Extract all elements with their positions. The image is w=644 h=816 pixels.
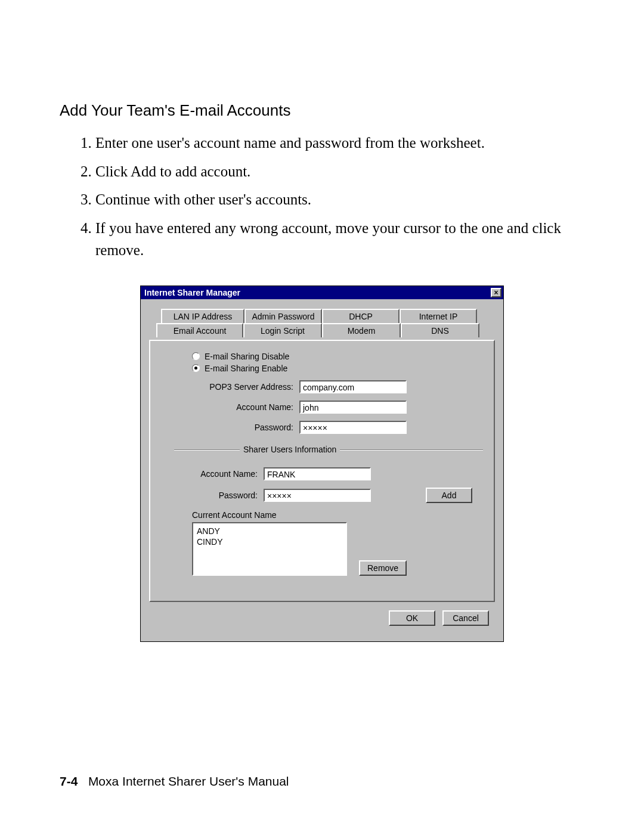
tab-admin-password[interactable]: Admin Password [244, 309, 322, 323]
radio-email-disable[interactable]: E-mail Sharing Disable [192, 352, 483, 361]
radio-email-enable[interactable]: E-mail Sharing Enable [192, 364, 483, 373]
password-input[interactable]: ××××× [299, 421, 407, 434]
radio-label: E-mail Sharing Disable [205, 352, 289, 361]
dialog-window: Internet Sharer Manager × LAN IP Address… [140, 286, 504, 642]
current-accounts-label: Current Account Name [192, 510, 472, 520]
fieldset-legend: Sharer Users Information [240, 445, 340, 454]
tab-modem[interactable]: Modem [322, 323, 401, 337]
add-button[interactable]: Add [426, 488, 472, 503]
account-name-input[interactable]: john [299, 401, 407, 414]
tab-internet-ip[interactable]: Internet IP [400, 309, 477, 323]
pop3-label: POP3 Server Address: [192, 382, 293, 392]
instruction-item: If you have entered any wrong account, m… [95, 217, 584, 262]
tab-dhcp[interactable]: DHCP [322, 309, 400, 323]
page-number: 7-4 [60, 774, 78, 788]
instruction-item: Continue with other user's accounts. [95, 188, 584, 211]
page-footer: 7-4 Moxa Internet Sharer User's Manual [60, 774, 289, 789]
sharer-account-label: Account Name: [192, 469, 258, 479]
radio-label: E-mail Sharing Enable [205, 364, 287, 373]
tab-email-account[interactable]: Email Account [156, 323, 243, 337]
tab-login-script[interactable]: Login Script [243, 323, 322, 337]
current-accounts-listbox[interactable]: ANDY CINDY [192, 522, 347, 576]
pop3-input[interactable]: company.com [299, 380, 407, 393]
radio-icon [192, 352, 200, 360]
dialog-titlebar[interactable]: Internet Sharer Manager × [141, 286, 503, 299]
password-label: Password: [192, 423, 293, 432]
sharer-account-input[interactable]: FRANK [264, 467, 371, 480]
manual-title: Moxa Internet Sharer User's Manual [88, 774, 289, 788]
tab-dns[interactable]: DNS [401, 323, 479, 337]
sharer-password-label: Password: [192, 491, 258, 500]
list-item[interactable]: CINDY [197, 536, 342, 547]
email-account-panel: E-mail Sharing Disable E-mail Sharing En… [149, 340, 495, 602]
instruction-item: Click Add to add account. [95, 160, 584, 183]
instruction-list: Enter one user's account name and passwo… [95, 132, 584, 262]
list-item[interactable]: ANDY [197, 526, 342, 536]
instruction-item: Enter one user's account name and passwo… [95, 132, 584, 154]
close-icon[interactable]: × [491, 288, 501, 297]
radio-icon [192, 364, 200, 372]
sharer-users-fieldset: Sharer Users Information Account Name: F… [174, 445, 483, 587]
section-heading: Add Your Team's E-mail Accounts [60, 101, 584, 120]
tab-strip: LAN IP AddressAdmin PasswordDHCPInternet… [149, 309, 495, 340]
account-name-label: Account Name: [192, 402, 293, 412]
tab-lan-ip[interactable]: LAN IP Address [161, 309, 244, 323]
ok-button[interactable]: OK [389, 610, 435, 626]
sharer-password-input[interactable]: ××××× [264, 489, 371, 502]
cancel-button[interactable]: Cancel [442, 610, 489, 626]
dialog-title: Internet Sharer Manager [144, 288, 240, 297]
remove-button[interactable]: Remove [359, 560, 407, 576]
